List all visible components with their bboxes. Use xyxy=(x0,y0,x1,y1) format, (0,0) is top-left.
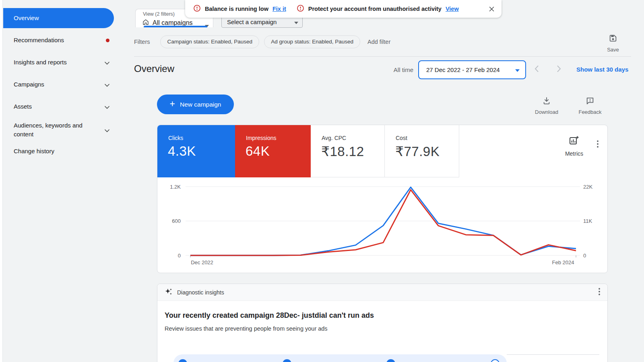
header-divider xyxy=(134,56,631,57)
sidebar-item-label: Assets xyxy=(14,102,32,111)
save-button[interactable]: Save xyxy=(603,34,623,53)
sidebar-item-label: Campaigns xyxy=(14,80,44,89)
notification-balance: Balance is running low Fix it xyxy=(193,4,286,13)
notification-bar: Balance is running low Fix it Protect yo… xyxy=(185,0,502,18)
feedback-button[interactable]: Feedback xyxy=(577,97,603,115)
save-label: Save xyxy=(607,47,619,53)
sidebar-item-label: Change history xyxy=(14,147,54,156)
active-tab-underline xyxy=(144,26,207,27)
filters-label: Filters xyxy=(134,39,150,45)
date-range-picker[interactable]: 27 Dec 2022 - 27 Feb 2024 xyxy=(418,60,526,79)
caret-down-icon xyxy=(515,66,520,73)
new-campaign-label: New campaign xyxy=(180,101,221,108)
sparkle-icon xyxy=(165,288,173,297)
feedback-icon xyxy=(586,97,594,107)
sidebar-item-campaigns[interactable]: Campaigns xyxy=(14,80,109,89)
view-link[interactable]: View xyxy=(446,6,459,12)
sidebar-item-assets[interactable]: Assets xyxy=(14,102,109,111)
sidebar-item-overview[interactable]: Overview xyxy=(3,8,114,28)
feedback-label: Feedback xyxy=(578,109,601,115)
diagnostic-heading: Your recently created campaign 28Dec- ju… xyxy=(165,311,374,320)
plus-icon: + xyxy=(170,99,175,109)
diagnostic-header: Diagnostic insights xyxy=(157,284,607,301)
next-period-button[interactable] xyxy=(554,64,564,75)
diagnostic-title: Diagnostic insights xyxy=(177,289,224,296)
sidebar: Overview Recommendations Insights and re… xyxy=(3,0,129,362)
download-button[interactable]: Download xyxy=(533,97,560,115)
add-filter-button[interactable]: Add filter xyxy=(367,39,390,45)
show-last-30-days-link[interactable]: Show last 30 days xyxy=(576,66,628,73)
window-left-edge xyxy=(0,0,3,362)
notification-text: Balance is running low xyxy=(205,6,268,12)
filters-row: Filters Campaign status: Enabled, Paused… xyxy=(134,35,390,48)
download-label: Download xyxy=(535,109,558,115)
diagnostic-overflow-menu-icon[interactable] xyxy=(599,288,600,297)
alert-icon xyxy=(297,4,304,13)
close-icon[interactable] xyxy=(488,6,495,12)
chevron-down-icon xyxy=(105,81,109,88)
view-selector-label: View (2 filters) xyxy=(143,11,175,17)
performance-chart-card: Clicks 4.3K Impressions 64K Avg. CPC ₹18… xyxy=(157,125,608,273)
campaign-selector-value: Select a campaign xyxy=(227,19,277,25)
chevron-right-icon xyxy=(557,66,561,74)
notification-text: Protect your account from unauthorised a… xyxy=(308,6,442,12)
chevron-down-icon xyxy=(105,103,109,110)
filter-chip-campaign-status[interactable]: Campaign status: Enabled, Paused xyxy=(160,35,259,48)
save-icon xyxy=(609,34,617,44)
chevron-left-icon xyxy=(535,66,539,74)
page-title: Overview xyxy=(134,63,174,74)
stepper-remaining-track xyxy=(507,354,599,355)
sidebar-item-audiences-keywords-content[interactable]: Audiences, keywords and content xyxy=(14,121,109,139)
fix-it-link[interactable]: Fix it xyxy=(272,6,286,12)
series-clicks-line xyxy=(190,187,576,255)
series-impressions-line xyxy=(190,190,576,255)
sidebar-item-label: Insights and reports xyxy=(14,58,67,67)
date-range-value: 27 Dec 2022 - 27 Feb 2024 xyxy=(426,66,500,73)
sidebar-item-change-history[interactable]: Change history xyxy=(14,147,109,156)
sidebar-item-recommendations[interactable]: Recommendations xyxy=(14,36,109,45)
notification-dot xyxy=(106,39,109,42)
alert-icon xyxy=(193,4,201,13)
download-icon xyxy=(542,97,551,107)
previous-period-button[interactable] xyxy=(531,64,542,75)
sidebar-item-label: Audiences, keywords and content xyxy=(14,121,93,139)
performance-line-chart xyxy=(157,125,608,274)
diagnostic-progress-stepper[interactable] xyxy=(173,354,507,362)
chevron-down-icon xyxy=(105,59,109,66)
chevron-down-icon xyxy=(105,127,109,134)
notification-security: Protect your account from unauthorised a… xyxy=(297,4,459,13)
date-period-label: All time xyxy=(381,66,413,73)
caret-down-icon xyxy=(294,19,298,25)
new-campaign-button[interactable]: + New campaign xyxy=(157,95,234,114)
sidebar-item-label: Recommendations xyxy=(14,36,64,45)
diagnostic-subheading: Review issues that are preventing people… xyxy=(165,325,328,332)
filter-chip-ad-group-status[interactable]: Ad group status: Enabled, Paused xyxy=(264,35,360,48)
diagnostic-insights-card: Diagnostic insights Your recently create… xyxy=(157,284,608,362)
caret-down-icon xyxy=(205,22,209,29)
sidebar-item-label: Overview xyxy=(14,14,39,21)
sidebar-item-insights-and-reports[interactable]: Insights and reports xyxy=(14,58,109,67)
